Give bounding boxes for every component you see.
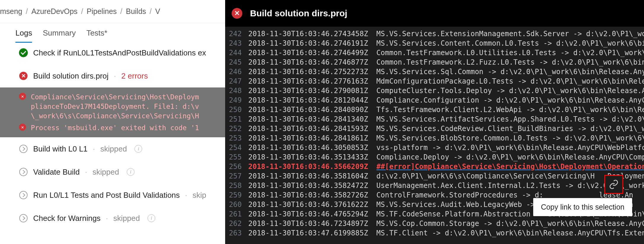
log-line[interactable]: 2562018-11-30T16:03:46.3566209Z##[error]… bbox=[225, 162, 644, 171]
error-count: 2 errors bbox=[121, 71, 148, 81]
line-number: 244 bbox=[225, 48, 248, 58]
line-number: 253 bbox=[225, 133, 248, 143]
log-message: MS.TF.Client -> d:\v2.0\P1\_work\6\bin\R… bbox=[377, 228, 644, 238]
log-line[interactable]: 2492018-11-30T16:03:46.2812044ZComplianc… bbox=[225, 95, 644, 105]
crumb-0[interactable]: mseng bbox=[0, 7, 22, 16]
step-status: skipped bbox=[92, 168, 119, 177]
timestamp: 2018-11-30T16:03:46.3581604Z bbox=[248, 171, 377, 181]
timestamp: 2018-11-30T16:03:46.2841340Z bbox=[248, 114, 377, 124]
timestamp: 2018-11-30T16:03:47.6199885Z bbox=[248, 228, 377, 238]
log-line[interactable]: 2622018-11-30T16:03:46.7234897ZMS.VS.Cop… bbox=[225, 219, 644, 228]
timestamp: 2018-11-30T16:03:46.2812044Z bbox=[248, 95, 377, 105]
log-line[interactable]: 2452018-11-30T16:03:46.2746877ZCommon.Te… bbox=[225, 58, 644, 67]
log-message: MS.VS.Services.Sql.Common -> d:\v2.0\P1\… bbox=[377, 67, 644, 76]
info-icon[interactable]: i bbox=[134, 145, 142, 153]
line-number: 258 bbox=[225, 181, 248, 190]
line-number: 242 bbox=[225, 29, 248, 39]
tab-tests[interactable]: Tests* bbox=[86, 28, 108, 43]
breadcrumb-sep: / bbox=[26, 7, 28, 16]
line-number: 257 bbox=[225, 171, 248, 181]
log-line[interactable]: 2632018-11-30T16:03:47.6199885ZMS.TF.Cli… bbox=[225, 228, 644, 238]
line-number: 256 bbox=[225, 162, 248, 171]
timestamp: 2018-11-30T16:03:46.3582472Z bbox=[248, 181, 377, 190]
log-message: ComputeCluster.Tools.Deploy -> d:\v2.0\P… bbox=[377, 86, 644, 95]
log-line[interactable]: 2522018-11-30T16:03:46.2841593ZMS.VS.Ser… bbox=[225, 124, 644, 133]
step-validate[interactable]: Validate Build · skipped i bbox=[0, 160, 225, 184]
line-number: 252 bbox=[225, 124, 248, 133]
breadcrumb: mseng / AzureDevOps / Pipelines / Builds… bbox=[0, 0, 225, 23]
breadcrumb-sep: / bbox=[120, 7, 122, 16]
crumb-3[interactable]: Builds bbox=[126, 7, 146, 16]
line-number: 250 bbox=[225, 105, 248, 114]
line-number: 243 bbox=[225, 39, 248, 48]
step-title: Run L0/L1 Tests and Post Build Validatio… bbox=[33, 191, 180, 200]
error-line[interactable]: Process 'msbuild.exe' exited with code '… bbox=[19, 122, 225, 134]
log-line[interactable]: 2442018-11-30T16:03:46.2746499ZCommon.Te… bbox=[225, 48, 644, 58]
line-number: 245 bbox=[225, 58, 248, 67]
step-run-tests[interactable]: Run L0/L1 Tests and Post Build Validatio… bbox=[0, 184, 225, 207]
log-line[interactable]: 2582018-11-30T16:03:46.3582472ZUserManag… bbox=[225, 181, 644, 190]
log-line[interactable]: 2552018-11-30T16:03:46.3513433ZComplianc… bbox=[225, 152, 644, 162]
log-message: MS.VS.Services.Content.Common.L0.Tests -… bbox=[377, 39, 644, 48]
success-icon bbox=[19, 48, 28, 57]
timestamp: 2018-11-30T16:03:46.2746191Z bbox=[248, 39, 377, 48]
log-line[interactable]: 2542018-11-30T16:03:46.3050853Zvss-platf… bbox=[225, 143, 644, 152]
step-check-run[interactable]: Check if RunL0L1TestsAndPostBuildValidat… bbox=[0, 41, 225, 64]
link-icon bbox=[609, 179, 619, 189]
log-message: MS.VS.Cop.Common.Storage -> d:\v2.0\P1\_… bbox=[377, 219, 644, 228]
step-title: Build solution dirs.proj bbox=[33, 71, 108, 81]
line-number: 248 bbox=[225, 86, 248, 95]
tab-logs[interactable]: Logs bbox=[15, 28, 32, 43]
log-message: ##[error]Compliance\Service\Servicing\Ho… bbox=[377, 162, 644, 171]
line-number: 262 bbox=[225, 219, 248, 228]
line-number: 249 bbox=[225, 95, 248, 105]
error-text: Compliance\Service\Servicing\Host\Deploy… bbox=[31, 92, 201, 121]
step-errors-block: Compliance\Service\Servicing\Host\Deploy… bbox=[0, 87, 225, 137]
log-line[interactable]: 2432018-11-30T16:03:46.2746191ZMS.VS.Ser… bbox=[225, 39, 644, 48]
step-title: Check if RunL0L1TestsAndPostBuildValidat… bbox=[33, 48, 206, 58]
error-icon bbox=[232, 8, 242, 19]
info-icon[interactable]: i bbox=[148, 214, 155, 222]
log-line[interactable]: 2472018-11-30T16:03:46.2776163ZMdmConfig… bbox=[225, 76, 644, 86]
breadcrumb-sep: / bbox=[81, 7, 83, 16]
dot-sep: · bbox=[114, 71, 116, 81]
step-build-l0l1[interactable]: Build with L0 L1 · skipped i bbox=[0, 137, 225, 160]
log-line[interactable]: 2422018-11-30T16:03:46.2743458ZMS.VS.Ser… bbox=[225, 29, 644, 39]
chevron-icon bbox=[19, 168, 28, 176]
tabs: Logs Summary Tests* bbox=[0, 23, 225, 43]
log-message: MS.VS.Services.CodeReview.Client_BuildBi… bbox=[377, 124, 644, 133]
log-line[interactable]: 2532018-11-30T16:03:46.2841861ZMS.VS.Ser… bbox=[225, 133, 644, 143]
log-line[interactable]: 2462018-11-30T16:03:46.2752273ZMS.VS.Ser… bbox=[225, 67, 644, 76]
error-line[interactable]: Compliance\Service\Servicing\Host\Deploy… bbox=[19, 91, 225, 122]
step-check-warn[interactable]: Check for Warnings · skipped i bbox=[0, 207, 225, 230]
line-number: 259 bbox=[225, 190, 248, 200]
tab-summary[interactable]: Summary bbox=[43, 28, 76, 43]
line-number: 261 bbox=[225, 209, 248, 219]
timestamp: 2018-11-30T16:03:46.7234897Z bbox=[248, 219, 377, 228]
timestamp: 2018-11-30T16:03:46.2746499Z bbox=[248, 48, 377, 58]
step-title: Build with L0 L1 bbox=[33, 144, 88, 154]
log-line[interactable]: 2572018-11-30T16:03:46.3581604Zd:\v2.0\P… bbox=[225, 171, 644, 181]
info-icon[interactable]: i bbox=[127, 168, 134, 176]
crumb-2[interactable]: Pipelines bbox=[87, 7, 117, 16]
log-line[interactable]: 2482018-11-30T16:03:46.2790081ZComputeCl… bbox=[225, 86, 644, 95]
line-number: 263 bbox=[225, 228, 248, 238]
timestamp: 2018-11-30T16:03:46.2743458Z bbox=[248, 29, 377, 39]
dot-sep: · bbox=[185, 191, 187, 200]
log-line[interactable]: 2512018-11-30T16:03:46.2841340ZMS.VS.Ser… bbox=[225, 114, 644, 124]
line-number: 251 bbox=[225, 114, 248, 124]
line-number: 260 bbox=[225, 200, 248, 209]
error-text: Process 'msbuild.exe' exited with code '… bbox=[31, 123, 201, 133]
log-line[interactable]: 2502018-11-30T16:03:46.2840890ZTfs.TestF… bbox=[225, 105, 644, 114]
timestamp: 2018-11-30T16:03:46.3566209Z bbox=[248, 162, 377, 171]
left-panel: mseng / AzureDevOps / Pipelines / Builds… bbox=[0, 0, 225, 244]
copy-link-tooltip: Copy link to this selection bbox=[533, 198, 632, 216]
timestamp: 2018-11-30T16:03:46.4765294Z bbox=[248, 209, 377, 219]
line-number: 255 bbox=[225, 152, 248, 162]
crumb-1[interactable]: AzureDevOps bbox=[31, 7, 78, 16]
crumb-4[interactable]: V bbox=[155, 7, 160, 16]
step-build-dirs[interactable]: Build solution dirs.proj · 2 errors bbox=[0, 64, 225, 87]
log-message: MS.VS.Services.ArtifactServices.App.Shar… bbox=[377, 114, 644, 124]
timestamp: 2018-11-30T16:03:46.2752273Z bbox=[248, 67, 377, 76]
copy-link-button[interactable] bbox=[604, 175, 623, 194]
